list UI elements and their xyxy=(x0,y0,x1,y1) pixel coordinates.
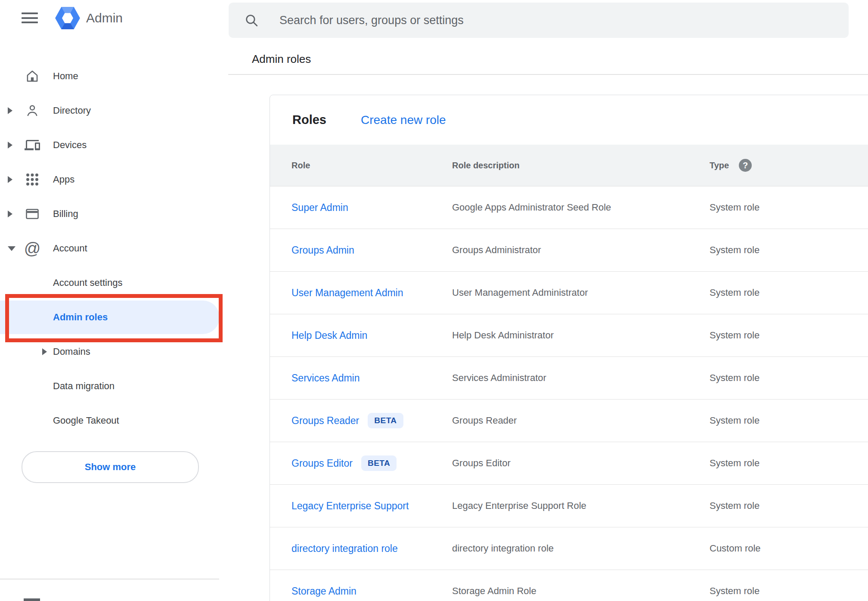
card-title: Roles xyxy=(292,95,326,145)
sidebar-item-label: Directory xyxy=(53,105,91,116)
role-description: Google Apps Administrator Seed Role xyxy=(452,186,611,229)
table-row-services-admin: Services Admin Services Administrator Sy… xyxy=(270,357,868,400)
sidebar-item-google-takeout[interactable]: Google Takeout xyxy=(0,403,229,438)
expand-arrow-icon[interactable] xyxy=(8,107,12,114)
role-link[interactable]: Groups Editor xyxy=(291,458,353,469)
admin-logo-icon xyxy=(55,7,80,29)
roles-card: Roles Create new role Role Role descript… xyxy=(270,95,868,601)
role-type: System role xyxy=(710,400,760,442)
role-description: Storage Admin Role xyxy=(452,570,536,601)
role-link[interactable]: Groups Reader xyxy=(291,415,359,427)
role-type: Custom role xyxy=(710,527,761,570)
create-new-role-link[interactable]: Create new role xyxy=(361,95,446,145)
table-row-super-admin: Super Admin Google Apps Administrator Se… xyxy=(270,186,868,229)
role-type: System role xyxy=(710,357,760,399)
role-link[interactable]: Services Admin xyxy=(291,372,360,384)
role-type: System role xyxy=(710,272,760,314)
table-row-directory-integration-role: directory integration role directory int… xyxy=(270,527,868,570)
sidebar-item-label: Data migration xyxy=(53,381,115,392)
role-type: System role xyxy=(710,186,760,229)
beta-badge: BETA xyxy=(368,413,403,428)
role-link[interactable]: User Management Admin xyxy=(291,287,403,299)
search-bar[interactable] xyxy=(229,3,849,38)
column-header-type: Type xyxy=(710,145,729,186)
role-type: System role xyxy=(710,485,760,527)
role-description: Legacy Enterprise Support Role xyxy=(452,485,586,527)
role-description: Groups Reader xyxy=(452,400,517,442)
search-icon xyxy=(244,13,259,28)
column-header-role: Role xyxy=(291,145,310,186)
role-description: Groups Administrator xyxy=(452,229,541,271)
sidebar-item-label: Apps xyxy=(53,174,74,185)
expand-arrow-icon[interactable] xyxy=(8,176,12,183)
sidebar-item-apps[interactable]: Apps xyxy=(0,162,229,197)
role-description: User Management Administrator xyxy=(452,272,588,314)
sidebar-item-label: Account xyxy=(53,243,87,254)
role-description: Services Administrator xyxy=(452,357,546,399)
role-description: Help Desk Administrator xyxy=(452,314,554,356)
role-type: System role xyxy=(710,229,760,271)
sidebar-item-account-settings[interactable]: Account settings xyxy=(0,266,229,300)
sidebar: Home Directory Devices Apps Billing @ Ac… xyxy=(0,59,229,438)
table-body: Super Admin Google Apps Administrator Se… xyxy=(270,186,868,601)
expand-arrow-icon[interactable] xyxy=(8,142,12,149)
role-link[interactable]: directory integration role xyxy=(291,543,398,555)
sidebar-item-data-migration[interactable]: Data migration xyxy=(0,369,229,403)
header-divider xyxy=(228,74,868,75)
sidebar-divider xyxy=(0,579,219,579)
show-more-button[interactable]: Show more xyxy=(22,451,199,483)
search-input[interactable] xyxy=(279,13,849,28)
credit-card-icon xyxy=(25,206,40,222)
table-row-help-desk-admin: Help Desk Admin Help Desk Administrator … xyxy=(270,314,868,357)
person-icon xyxy=(25,103,40,118)
collapse-arrow-icon[interactable] xyxy=(8,246,16,251)
expand-arrow-icon[interactable] xyxy=(8,211,12,217)
beta-badge: BETA xyxy=(361,455,397,471)
sidebar-item-home[interactable]: Home xyxy=(0,59,229,93)
sidebar-item-admin-roles[interactable]: Admin roles xyxy=(0,300,229,335)
sidebar-item-label: Home xyxy=(53,71,78,82)
role-link[interactable]: Super Admin xyxy=(291,202,348,214)
sidebar-item-domains[interactable]: Domains xyxy=(0,335,229,369)
sidebar-item-label: Domains xyxy=(53,346,90,357)
role-link[interactable]: Groups Admin xyxy=(291,245,354,256)
role-link[interactable]: Storage Admin xyxy=(291,586,356,597)
role-link[interactable]: Legacy Enterprise Support xyxy=(291,500,409,512)
type-help-icon[interactable]: ? xyxy=(739,159,752,172)
table-row-groups-editor: Groups Editor BETA Groups Editor System … xyxy=(270,442,868,485)
role-type: System role xyxy=(710,314,760,356)
sidebar-item-label: Account settings xyxy=(53,277,122,288)
table-row-groups-admin: Groups Admin Groups Administrator System… xyxy=(270,229,868,272)
role-link[interactable]: Help Desk Admin xyxy=(291,330,367,341)
devices-icon xyxy=(25,137,40,153)
sidebar-item-label: Google Takeout xyxy=(53,415,119,426)
column-header-role-description: Role description xyxy=(452,145,520,186)
partial-building-icon xyxy=(24,598,40,601)
expand-arrow-icon[interactable] xyxy=(42,348,47,355)
apps-icon xyxy=(25,172,40,187)
role-description: directory integration role xyxy=(452,527,554,570)
sidebar-item-label: Devices xyxy=(53,139,87,151)
app-title: Admin xyxy=(86,9,123,27)
sidebar-item-label: Billing xyxy=(53,208,78,220)
home-icon xyxy=(25,68,40,84)
at-sign-icon: @ xyxy=(25,241,40,256)
table-row-legacy-enterprise-support: Legacy Enterprise Support Legacy Enterpr… xyxy=(270,485,868,527)
table-row-storage-admin: Storage Admin Storage Admin Role System … xyxy=(270,570,868,601)
table-row-user-management-admin: User Management Admin User Management Ad… xyxy=(270,272,868,314)
sidebar-item-directory[interactable]: Directory xyxy=(0,93,229,128)
menu-icon[interactable] xyxy=(22,12,38,23)
page-title: Admin roles xyxy=(252,53,311,66)
table-row-groups-reader: Groups Reader BETA Groups Reader System … xyxy=(270,400,868,442)
role-type: System role xyxy=(710,442,760,484)
table-header-row: Role Role description Type ? xyxy=(270,145,868,186)
sidebar-item-account[interactable]: @ Account xyxy=(0,231,229,266)
role-type: System role xyxy=(710,570,760,601)
sidebar-item-devices[interactable]: Devices xyxy=(0,128,229,162)
roles-card-header: Roles Create new role xyxy=(270,95,868,145)
sidebar-item-label: Admin roles xyxy=(53,312,108,323)
sidebar-item-billing[interactable]: Billing xyxy=(0,197,229,231)
role-description: Groups Editor xyxy=(452,442,511,484)
